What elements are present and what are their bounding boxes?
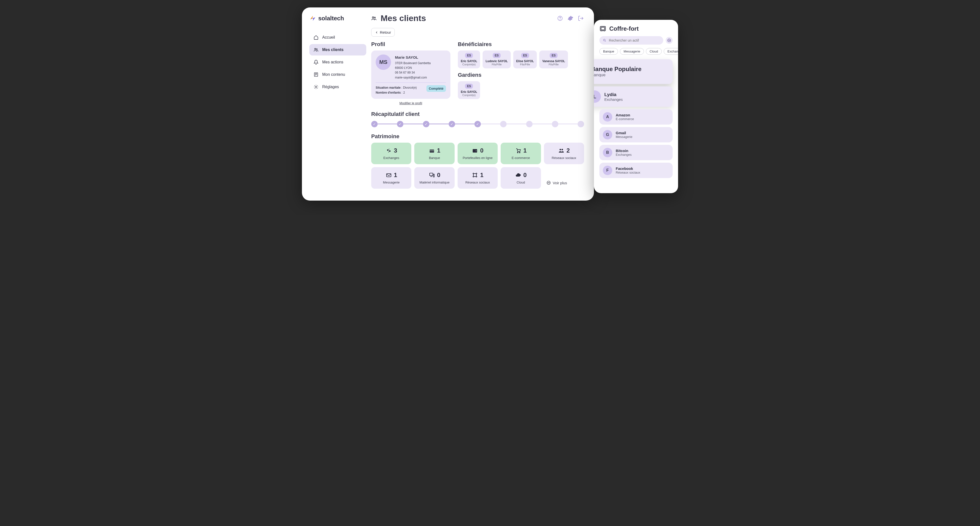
person-card[interactable]: ESVanessa SAYOLFils/Fille [539, 51, 568, 69]
patrimoine-tile-matériel-informatique[interactable]: 0Matériel informatique [414, 167, 454, 189]
tile-count: 1 [480, 172, 483, 179]
clients-icon [371, 16, 377, 21]
svg-point-0 [315, 48, 316, 49]
vault-search[interactable] [600, 36, 663, 45]
nav-item-accueil[interactable]: Accueil [309, 32, 366, 43]
gear-icon[interactable] [567, 15, 574, 22]
person-initials: ES [521, 53, 529, 58]
progress-step[interactable]: ✓ [397, 121, 403, 127]
check-icon: ✓ [425, 122, 428, 126]
svg-point-17 [562, 149, 563, 150]
wallet-icon [472, 148, 478, 153]
vault-search-input[interactable] [609, 38, 660, 42]
edit-profile-link[interactable]: Modifier le profil [371, 101, 450, 105]
progress-step[interactable] [578, 121, 584, 127]
progress-step[interactable]: ✓ [449, 121, 455, 127]
guardians-heading: Gardiens [458, 72, 584, 78]
tile-count: 0 [480, 147, 483, 154]
back-label: Retour [380, 30, 391, 34]
page-title: Mes clients [380, 13, 426, 23]
person-card[interactable]: ESEric SAYOLConjoint(e) [458, 51, 480, 69]
svg-point-14 [517, 152, 518, 153]
tile-count: 0 [523, 172, 527, 179]
help-icon[interactable] [557, 15, 563, 22]
beneficiaries-list: ESEric SAYOLConjoint(e)ESLudovic SAYOLFi… [458, 51, 584, 69]
svg-rect-18 [387, 174, 391, 177]
svg-point-16 [560, 149, 561, 150]
vault-item-bitcoin[interactable]: BBitcoinExchanges [600, 145, 673, 160]
progress-step[interactable]: ✓ [474, 121, 481, 127]
patrimoine-tile-e-commerce[interactable]: 1E-commerce [501, 143, 541, 164]
vault-item-gmail[interactable]: GGmailMessagerie [600, 127, 673, 142]
person-initials: ES [465, 53, 473, 58]
vault-panel: Coffre-fort BanqueMessagerieCloudExchang… [594, 20, 678, 193]
person-role: Conjoint(e) [461, 94, 477, 97]
profile-heading: Profil [371, 41, 450, 48]
header-actions [557, 15, 584, 22]
person-card[interactable]: ESElise SAYOLFils/Fille [513, 51, 537, 69]
logout-icon[interactable] [578, 15, 584, 22]
vault-item-name: Lydia [605, 92, 623, 97]
bank-icon [429, 148, 435, 153]
vault-item-avatar: B [603, 148, 612, 157]
svg-point-8 [387, 149, 388, 151]
person-initials: ES [493, 53, 501, 58]
vault-item-lydia[interactable]: LLydiaExchanges [594, 86, 673, 107]
check-icon: ✓ [476, 122, 479, 126]
sidebar: solaltech AccueilMes clientsMes actionsM… [302, 8, 371, 201]
hardware-icon [429, 172, 435, 178]
logo-text: solaltech [318, 15, 344, 22]
vault-item-name: Facebook [616, 166, 640, 171]
svg-rect-11 [430, 151, 434, 151]
progress-step[interactable] [552, 121, 558, 127]
vault-item-facebook[interactable]: FFacebookRéseaux sociaux [600, 163, 673, 178]
person-card[interactable]: ESEric SAYOLConjoint(e) [458, 81, 480, 99]
svg-point-21 [473, 173, 474, 174]
tile-label: E-commerce [503, 156, 538, 160]
vault-item-name: Bitcoin [616, 148, 632, 153]
beneficiaries-heading: Bénéficiaires [458, 41, 584, 48]
vault-item-name: Banque Populaire [594, 65, 641, 73]
patrimoine-heading: Patrimoine [371, 133, 584, 140]
vault-item-category: Exchanges [605, 97, 623, 102]
progress-step[interactable] [526, 121, 533, 127]
patrimoine-tile-cloud[interactable]: 0Cloud [501, 167, 541, 189]
profile-address: 3TER Boulevard Gambetta [395, 61, 431, 65]
nav-item-mon-contenu[interactable]: Mon contenu [309, 69, 366, 80]
tile-label: Portefeuilles en ligne [460, 156, 495, 160]
nav-item-mes-clients[interactable]: Mes clients [309, 44, 366, 56]
nav-icon [313, 35, 319, 40]
svg-point-5 [374, 17, 375, 18]
back-button[interactable]: Retour [371, 28, 395, 37]
progress-step[interactable] [500, 121, 507, 127]
nav-item-réglages[interactable]: Réglages [309, 81, 366, 92]
vault-item-amazon[interactable]: AAmazonE-commerce [600, 109, 673, 124]
filter-chip-exchanges[interactable]: Exchanges [664, 48, 678, 55]
patrimoine-tile-réseaux-sociaux[interactable]: 1Réseaux sociaux [458, 167, 498, 189]
vault-item-avatar: F [603, 166, 612, 175]
svg-rect-19 [430, 173, 433, 175]
filter-chip-banque[interactable]: Banque [600, 48, 618, 55]
content-area: Mes clients Retour Profil MS Marie SAYOL [371, 8, 594, 201]
add-asset-button[interactable] [666, 37, 673, 44]
person-card[interactable]: ESLudovic SAYOLFils/Fille [482, 51, 511, 69]
patrimoine-tile-messagerie[interactable]: 1Messagerie [371, 167, 411, 189]
filter-chip-cloud[interactable]: Cloud [646, 48, 662, 55]
nav-item-mes-actions[interactable]: Mes actions [309, 56, 366, 68]
filter-chip-messagerie[interactable]: Messagerie [620, 48, 644, 55]
vault-list: BPBanque PopulaireBanqueLLydiaExchangesA… [600, 59, 678, 178]
patrimoine-tile-réseaux-sociaux[interactable]: 2Réseaux sociaux [544, 143, 584, 164]
see-more-button[interactable]: Voir plus [544, 167, 584, 189]
check-icon: ✓ [373, 122, 376, 126]
profile-phone: 06 54 67 89 34 [395, 70, 431, 75]
vault-item-avatar: L [594, 90, 601, 103]
patrimoine-tile-banque[interactable]: 1Banque [414, 143, 454, 164]
patrimoine-tile-exchanges[interactable]: 3Exchanges [371, 143, 411, 164]
patrimoine-tile-portefeuilles-en-ligne[interactable]: 0Portefeuilles en ligne [458, 143, 498, 164]
tile-label: Réseaux sociaux [546, 156, 582, 160]
progress-step[interactable]: ✓ [423, 121, 430, 127]
mail-icon [385, 172, 392, 178]
vault-item-banque-populaire[interactable]: BPBanque PopulaireBanque [594, 59, 673, 84]
person-role: Fils/Fille [542, 63, 565, 66]
progress-step[interactable]: ✓ [371, 121, 378, 127]
